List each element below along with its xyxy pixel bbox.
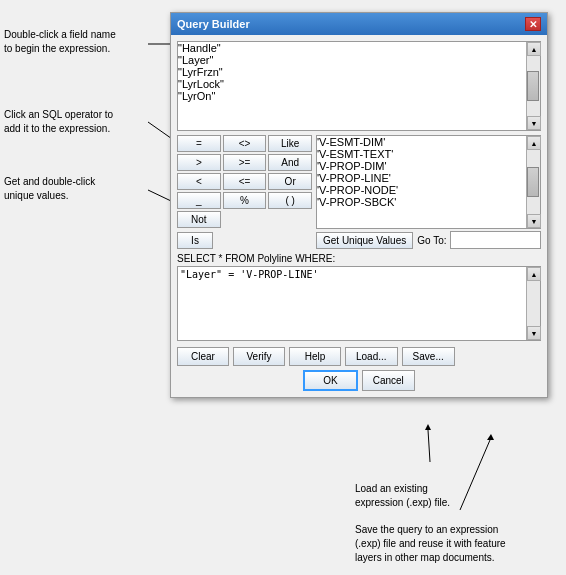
- value-prop-sbck[interactable]: 'V-PROP-SBCK': [317, 196, 526, 208]
- annotation-3: Get and double-click unique values.: [4, 175, 159, 203]
- op-parens[interactable]: ( ): [268, 192, 312, 209]
- bottom-annotation-1-text: Load an existing expression (.exp) file.: [355, 483, 450, 508]
- bottom-annotation-1: Load an existing expression (.exp) file.: [355, 482, 555, 510]
- values-scroll-thumb[interactable]: [527, 167, 539, 197]
- operators-grid: = <> Like > >= And < <= Or _ % ( ) Not: [177, 135, 312, 228]
- bottom-annotation-2: Save the query to an expression (.exp) f…: [355, 523, 555, 565]
- annotation-2: Click an SQL operator to add it to the e…: [4, 108, 159, 136]
- value-prop-dim[interactable]: 'V-PROP-DIM': [317, 160, 526, 172]
- dialog-body: "Handle" "Layer" "LyrFrzn" "LyrLock" "Ly…: [171, 35, 547, 397]
- middle-section: = <> Like > >= And < <= Or _ % ( ) Not I…: [177, 135, 541, 249]
- annotation-2-text: Click an SQL operator to add it to the e…: [4, 109, 113, 134]
- sql-scroll-down[interactable]: ▼: [527, 326, 541, 340]
- scroll-down[interactable]: ▼: [527, 116, 541, 130]
- top-section: "Handle" "Layer" "LyrFrzn" "LyrLock" "Ly…: [177, 41, 541, 131]
- svg-line-6: [428, 430, 430, 462]
- operators-panel: = <> Like > >= And < <= Or _ % ( ) Not I…: [177, 135, 312, 249]
- dialog-titlebar: Query Builder ✕: [171, 13, 547, 35]
- sql-scroll-up[interactable]: ▲: [527, 267, 541, 281]
- values-scroll-up[interactable]: ▲: [527, 136, 541, 150]
- values-actions-row: Get Unique Values Go To:: [316, 231, 541, 249]
- op-and[interactable]: And: [268, 154, 312, 171]
- values-panel: 'V-ESMT-DIM' 'V-ESMT-TEXT' 'V-PROP-DIM' …: [316, 135, 541, 249]
- value-prop-line[interactable]: 'V-PROP-LINE': [317, 172, 526, 184]
- values-section: 'V-ESMT-DIM' 'V-ESMT-TEXT' 'V-PROP-DIM' …: [316, 135, 541, 229]
- field-layer[interactable]: "Layer": [178, 54, 526, 66]
- cancel-button[interactable]: Cancel: [362, 370, 415, 391]
- op-or[interactable]: Or: [268, 173, 312, 190]
- op-like[interactable]: Like: [268, 135, 312, 152]
- values-scroll-down[interactable]: ▼: [527, 214, 541, 228]
- field-lyrfrzn[interactable]: "LyrFrzn": [178, 66, 526, 78]
- query-builder-dialog: Query Builder ✕ "Handle" "Layer" "LyrFrz…: [170, 12, 548, 398]
- op-gt[interactable]: >: [177, 154, 221, 171]
- values-scrollbar[interactable]: ▲ ▼: [526, 136, 540, 228]
- annotation-1: Double-click a field name to begin the e…: [4, 28, 159, 56]
- fields-section: "Handle" "Layer" "LyrFrzn" "LyrLock" "Ly…: [177, 41, 541, 131]
- op-not[interactable]: Not: [177, 211, 221, 228]
- sql-scrollbar[interactable]: ▲ ▼: [526, 267, 540, 340]
- is-btn-row: Is: [177, 232, 312, 249]
- action-buttons-row: Clear Verify Help Load... Save...: [177, 347, 541, 366]
- field-lyron[interactable]: "LyrOn": [178, 90, 526, 102]
- sql-label: SELECT * FROM Polyline WHERE:: [177, 253, 541, 264]
- sql-area: ▲ ▼: [177, 266, 541, 341]
- goto-label: Go To:: [417, 235, 446, 246]
- scroll-thumb[interactable]: [527, 71, 539, 101]
- value-esmt-text[interactable]: 'V-ESMT-TEXT': [317, 148, 526, 160]
- ok-cancel-row: OK Cancel: [177, 370, 541, 391]
- value-esmt-dim[interactable]: 'V-ESMT-DIM': [317, 136, 526, 148]
- goto-input[interactable]: [450, 231, 541, 249]
- annotation-3-text: Get and double-click unique values.: [4, 176, 95, 201]
- value-prop-node[interactable]: 'V-PROP-NODE': [317, 184, 526, 196]
- op-equals[interactable]: =: [177, 135, 221, 152]
- field-handle[interactable]: "Handle": [178, 42, 526, 54]
- op-lt[interactable]: <: [177, 173, 221, 190]
- verify-button[interactable]: Verify: [233, 347, 285, 366]
- help-button[interactable]: Help: [289, 347, 341, 366]
- get-unique-values-button[interactable]: Get Unique Values: [316, 232, 413, 249]
- svg-marker-7: [425, 424, 431, 430]
- annotation-1-text: Double-click a field name to begin the e…: [4, 29, 116, 54]
- save-button[interactable]: Save...: [402, 347, 455, 366]
- op-gte[interactable]: >=: [223, 154, 267, 171]
- fields-list[interactable]: "Handle" "Layer" "LyrFrzn" "LyrLock" "Ly…: [178, 42, 526, 130]
- sql-textarea[interactable]: [178, 267, 526, 340]
- op-notequal[interactable]: <>: [223, 135, 267, 152]
- ok-button[interactable]: OK: [303, 370, 357, 391]
- field-lyrlock[interactable]: "LyrLock": [178, 78, 526, 90]
- op-underscore[interactable]: _: [177, 192, 221, 209]
- fields-scrollbar[interactable]: ▲ ▼: [526, 42, 540, 130]
- op-lte[interactable]: <=: [223, 173, 267, 190]
- clear-button[interactable]: Clear: [177, 347, 229, 366]
- op-is[interactable]: Is: [177, 232, 213, 249]
- svg-marker-9: [487, 434, 494, 440]
- dialog-title: Query Builder: [177, 18, 250, 30]
- bottom-annotation-2-text: Save the query to an expression (.exp) f…: [355, 524, 506, 563]
- op-percent[interactable]: %: [223, 192, 267, 209]
- scroll-up[interactable]: ▲: [527, 42, 541, 56]
- load-button[interactable]: Load...: [345, 347, 398, 366]
- close-button[interactable]: ✕: [525, 17, 541, 31]
- values-list[interactable]: 'V-ESMT-DIM' 'V-ESMT-TEXT' 'V-PROP-DIM' …: [317, 136, 526, 228]
